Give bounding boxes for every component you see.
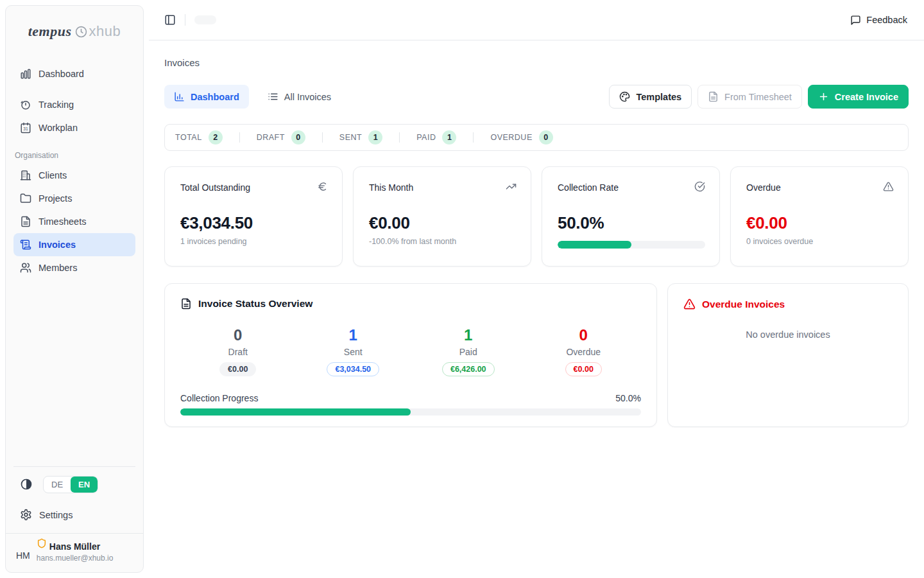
stat-amount-badge: €0.00 bbox=[219, 362, 256, 376]
strip-label: TOTAL bbox=[175, 133, 202, 142]
strip-item-sent[interactable]: SENT 1 bbox=[339, 130, 382, 144]
palette-icon bbox=[619, 91, 630, 102]
plus-icon bbox=[818, 91, 829, 102]
trending-up-icon bbox=[506, 181, 517, 192]
sidebar-item-dashboard[interactable]: Dashboard bbox=[13, 62, 135, 85]
tab-all-invoices[interactable]: All Invoices bbox=[258, 85, 341, 109]
sidebar-toggle-button[interactable] bbox=[160, 10, 180, 30]
sidebar-item-workplan[interactable]: 31 Workplan bbox=[13, 116, 135, 139]
stat-amount-badge: €3,034.50 bbox=[327, 362, 379, 376]
sidebar-item-label: Workplan bbox=[38, 123, 78, 133]
user-menu[interactable]: HM Hans Müller hans.mueller@xhub.io bbox=[6, 533, 143, 573]
sidebar-item-projects[interactable]: Projects bbox=[13, 187, 135, 210]
collection-progress-label: Collection Progress bbox=[180, 393, 258, 403]
stat-amount-badge: €6,426.00 bbox=[442, 362, 495, 376]
app-logo: tempus xhub bbox=[13, 15, 135, 48]
count-badge: 0 bbox=[291, 130, 305, 144]
tab-dashboard[interactable]: Dashboard bbox=[164, 85, 249, 109]
user-email: hans.mueller@xhub.io bbox=[37, 554, 114, 563]
card-title: Overdue Invoices bbox=[702, 299, 785, 310]
card-value: 50.0% bbox=[558, 213, 705, 233]
list-icon bbox=[268, 91, 278, 102]
card-title: Total Outstanding bbox=[180, 182, 328, 193]
sidebar-item-members[interactable]: Members bbox=[13, 256, 135, 279]
invoice-counts-strip: TOTAL 2 DRAFT 0 SENT 1 PAID 1 OVERDUE 0 bbox=[164, 124, 909, 151]
count-badge: 0 bbox=[539, 130, 553, 144]
contrast-icon[interactable] bbox=[20, 478, 33, 491]
strip-label: SENT bbox=[339, 133, 362, 142]
gear-icon bbox=[20, 509, 32, 521]
sidebar-item-label: Clients bbox=[38, 170, 67, 180]
overview-stat-paid: 1 Paid €6,426.00 bbox=[411, 326, 526, 376]
shield-icon bbox=[37, 538, 47, 548]
calendar-icon: 31 bbox=[20, 122, 31, 134]
sidebar-section-organisation: Organisation bbox=[15, 151, 135, 160]
strip-item-total[interactable]: TOTAL 2 bbox=[175, 130, 223, 144]
settings-label: Settings bbox=[39, 510, 73, 520]
overview-stat-overdue: 0 Overdue €0.00 bbox=[526, 326, 642, 376]
main-area: Feedback Invoices Dashboard All Invoices bbox=[149, 0, 924, 578]
sidebar-item-label: Projects bbox=[38, 193, 72, 204]
language-toggle: DE EN bbox=[43, 476, 98, 493]
empty-state-text: No overdue invoices bbox=[683, 329, 893, 340]
language-option-en[interactable]: EN bbox=[71, 477, 98, 493]
templates-label: Templates bbox=[636, 92, 681, 102]
create-invoice-button[interactable]: Create Invoice bbox=[808, 85, 909, 109]
stat-label: Paid bbox=[411, 347, 526, 357]
feedback-button[interactable]: Feedback bbox=[850, 15, 907, 26]
triangle-alert-icon bbox=[683, 298, 696, 310]
triangle-alert-icon bbox=[883, 181, 894, 192]
stat-label: Overdue bbox=[526, 347, 642, 357]
receipt-icon bbox=[20, 239, 31, 250]
sidebar-item-label: Dashboard bbox=[38, 69, 84, 79]
language-option-de[interactable]: DE bbox=[44, 477, 71, 493]
sidebar-item-timesheets[interactable]: Timesheets bbox=[13, 210, 135, 233]
sidebar-item-label: Invoices bbox=[38, 240, 76, 250]
strip-item-draft[interactable]: DRAFT 0 bbox=[257, 130, 305, 144]
card-value: €3,034.50 bbox=[180, 213, 328, 233]
sidebar-item-label: Timesheets bbox=[38, 216, 86, 227]
building-icon bbox=[20, 170, 31, 181]
overview-stat-draft: 0 Draft €0.00 bbox=[180, 326, 296, 376]
card-subtitle: 0 invoices overdue bbox=[746, 237, 894, 246]
timer-icon bbox=[20, 99, 31, 110]
stat-amount-badge: €0.00 bbox=[565, 362, 602, 376]
create-invoice-label: Create Invoice bbox=[835, 92, 898, 102]
strip-item-overdue[interactable]: OVERDUE 0 bbox=[490, 130, 552, 144]
collection-progress-bar bbox=[180, 408, 641, 416]
sidebar-item-settings[interactable]: Settings bbox=[13, 504, 135, 527]
strip-item-paid[interactable]: PAID 1 bbox=[416, 130, 456, 144]
stat-count: 0 bbox=[180, 326, 296, 344]
svg-text:31: 31 bbox=[23, 127, 28, 131]
count-badge: 1 bbox=[442, 130, 456, 144]
stat-count: 1 bbox=[296, 326, 411, 344]
euro-icon bbox=[317, 181, 328, 192]
sidebar-item-tracking[interactable]: Tracking bbox=[13, 93, 135, 116]
logo-brand-text: tempus bbox=[28, 23, 72, 40]
card-collection-rate: Collection Rate 50.0% bbox=[542, 166, 720, 267]
page-title: Invoices bbox=[164, 57, 909, 68]
templates-button[interactable]: Templates bbox=[609, 85, 692, 109]
from-timesheet-button[interactable]: From Timesheet bbox=[697, 85, 802, 109]
sidebar-item-invoices[interactable]: Invoices bbox=[13, 233, 135, 256]
file-text-icon bbox=[180, 298, 192, 310]
card-subtitle: 1 invoices pending bbox=[180, 237, 328, 246]
folder-icon bbox=[20, 193, 31, 204]
logo-suffix-text: xhub bbox=[89, 23, 121, 40]
sidebar-item-clients[interactable]: Clients bbox=[13, 164, 135, 187]
sidebar: tempus xhub Dashboard Tracking 31 Workpl… bbox=[5, 5, 144, 573]
card-title: Overdue bbox=[746, 182, 894, 193]
users-icon bbox=[20, 262, 31, 274]
feedback-label: Feedback bbox=[866, 15, 907, 25]
sidebar-bottom: DE EN Settings HM Hans Müller hans.muell… bbox=[13, 466, 135, 573]
stat-count: 1 bbox=[411, 326, 526, 344]
card-overdue: Overdue €0.00 0 invoices overdue bbox=[730, 166, 909, 267]
circle-check-icon bbox=[694, 181, 705, 192]
bar-chart-icon bbox=[174, 91, 185, 102]
sidebar-item-label: Members bbox=[38, 263, 77, 273]
count-badge: 2 bbox=[209, 130, 223, 144]
strip-label: OVERDUE bbox=[490, 133, 532, 142]
sidebar-item-label: Tracking bbox=[38, 100, 74, 110]
message-square-icon bbox=[850, 15, 861, 26]
stat-count: 0 bbox=[526, 326, 642, 344]
